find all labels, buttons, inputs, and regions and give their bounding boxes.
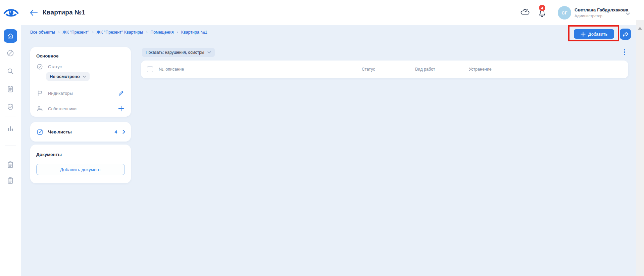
share-icon [622,31,629,37]
sidebar-item-home[interactable] [4,29,17,43]
add-owner-button[interactable] [117,105,125,112]
checklists-row[interactable]: Чек-листы 4 [36,122,126,142]
app-logo-eye-icon[interactable] [3,6,19,19]
filter-dropdown[interactable]: Показать: нарушения, осмотры [142,48,215,57]
app-header: Квартира №1 4 СГ Светлана Габдулхакова А… [0,0,644,25]
table-kebab-menu-icon[interactable] [621,47,628,57]
chevron-down-icon [207,51,211,54]
add-button[interactable]: Добавить [574,29,614,39]
user-role: Администратор [575,14,602,18]
indicators-label: Индикаторы [48,91,73,96]
back-button[interactable] [28,7,39,18]
main-content: Все объекты › ЖК "Презент" › ЖК "Презент… [21,25,636,276]
search-icon [6,67,14,75]
notification-badge: 4 [539,5,545,11]
breadcrumb-link-premises[interactable]: Помещения [150,30,174,35]
add-document-button[interactable]: Добавить документ [36,164,125,175]
breadcrumb-separator: › [92,30,93,35]
sidebar-divider [5,117,16,117]
sidebar-item-documents[interactable] [6,161,14,169]
sidebar-item-violations[interactable] [6,49,14,57]
status-value: Не осмотрено [50,74,80,79]
records-table: №, описание Статус Вид работ Устранение [141,61,628,78]
scrollbar-up-arrow-icon[interactable] [638,27,642,30]
user-menu-chevron-down-icon[interactable] [626,11,630,17]
owners-row: Собственники [36,105,125,113]
flag-icon [36,90,43,97]
plus-icon [581,32,586,37]
checklist-icon [36,128,44,135]
sidebar-item-search[interactable] [6,67,14,75]
avatar[interactable]: СГ [558,6,571,19]
column-header-work-type: Вид работ [415,67,435,72]
breadcrumb-separator: › [58,30,59,35]
bar-chart-icon [6,124,14,132]
column-header-status: Статус [362,67,375,72]
chevron-right-icon [121,129,126,134]
column-header-description: №, описание [159,67,184,72]
owners-label: Собственники [48,106,77,111]
chevron-down-icon [83,75,86,78]
share-button[interactable] [620,29,631,40]
breadcrumb-link-complex-apartments[interactable]: ЖК "Презент" Квартиры [96,30,143,35]
page-title: Квартира №1 [43,9,85,16]
checklists-count: 4 [114,129,117,134]
breadcrumb-separator: › [177,30,178,35]
sidebar-item-tasks[interactable] [6,85,14,93]
sidebar-nav [0,25,21,276]
page-scrollbar[interactable] [636,20,644,276]
plus-icon [118,106,124,112]
status-label: Статус [48,64,62,69]
select-all-checkbox[interactable] [147,66,153,72]
ban-icon [6,49,14,57]
status-row: Статус [36,63,125,71]
user-name: Светлана Габдулхакова [575,7,628,12]
shield-check-icon [6,103,14,111]
checklists-title: Чек-листы [48,129,72,134]
clipboard-icon [6,85,14,93]
breadcrumb-link-complex[interactable]: ЖК "Презент" [62,30,89,35]
breadcrumb: Все объекты › ЖК "Презент" › ЖК "Презент… [30,30,207,35]
cloud-sync-icon[interactable] [520,7,530,17]
documents-card: Документы Добавить документ [30,145,131,183]
main-info-card: Основное Статус Не осмотрено Индикаторы [30,47,131,117]
sidebar-item-reports[interactable] [6,176,14,185]
sidebar-divider [5,146,16,146]
owners-icon [36,105,43,112]
status-dropdown[interactable]: Не осмотрено [46,72,90,81]
breadcrumb-current-apartment[interactable]: Квартира №1 [181,30,207,35]
add-button-label: Добавить [588,32,607,37]
documents-title: Документы [36,151,62,157]
checklists-card[interactable]: Чек-листы 4 [30,122,131,142]
breadcrumb-separator: › [146,30,147,35]
status-check-icon [36,63,43,70]
home-icon [7,32,14,40]
clipboard-icon [6,176,14,185]
edit-pencil-icon [118,90,125,96]
breadcrumb-link-all-objects[interactable]: Все объекты [30,30,55,35]
column-header-remediation: Устранение [469,67,492,72]
clipboard-icon [6,161,14,169]
sidebar-item-analytics[interactable] [6,124,14,132]
card-title: Основное [36,53,59,59]
edit-indicators-button[interactable] [117,89,125,97]
sidebar-item-quality[interactable] [6,103,14,111]
indicators-row: Индикаторы [36,89,125,97]
filter-label: Показать: нарушения, осмотры [146,50,204,55]
